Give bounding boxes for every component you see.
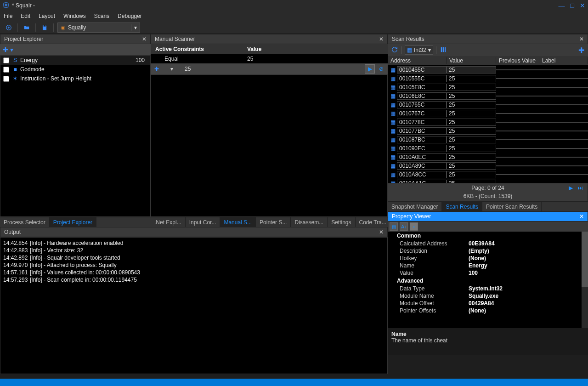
result-row[interactable]: ▦ 0010A8CC 25 (388, 170, 588, 179)
constraint-dropdown[interactable]: ▾ (163, 66, 181, 72)
refresh-button[interactable] (390, 46, 399, 54)
next-page-button[interactable]: ▶ (569, 185, 573, 191)
col-value[interactable]: Value (447, 57, 496, 64)
result-row[interactable]: ▦ 0010455C 25 (388, 65, 588, 74)
tab[interactable]: Snapshot Manager (388, 202, 442, 211)
result-row[interactable]: ▦ 0010765C 25 (388, 100, 588, 109)
scan-value-input[interactable] (183, 64, 363, 74)
menu-windows[interactable]: Windows (63, 13, 86, 19)
result-row[interactable]: ▦ 001077BC 25 (388, 126, 588, 135)
add-item-button[interactable]: ✚ ▾ (3, 46, 13, 53)
property-value[interactable]: 00429A84 (469, 300, 494, 307)
columns-button[interactable] (439, 46, 447, 54)
constraint-row[interactable]: Equal 25 (151, 54, 388, 63)
tab[interactable]: Pointer S... (256, 217, 291, 227)
cancel-scan-button[interactable]: ⊘ (377, 66, 386, 72)
scan-results-columns: Address Value Previous Value Label (388, 56, 588, 65)
col-address[interactable]: Address (388, 57, 447, 64)
tab[interactable]: Project Explorer (50, 217, 96, 227)
close-icon[interactable]: ✕ (379, 229, 384, 235)
menu-layout[interactable]: Layout (39, 13, 55, 19)
property-category[interactable]: Advanced (388, 277, 588, 285)
property-viewer-body[interactable]: CommonCalculated Address00E39A84Descript… (388, 232, 588, 328)
col-label[interactable]: Label (539, 57, 588, 64)
save-button[interactable] (40, 23, 50, 33)
property-value[interactable]: Energy (469, 262, 487, 269)
result-row[interactable]: ▦ 00106E8C 25 (388, 91, 588, 100)
result-row[interactable]: ▦ 0010AA1C 25 (388, 179, 588, 183)
property-row[interactable]: NameEnergy (388, 262, 588, 269)
property-row[interactable]: Module NameSqually.exe (388, 292, 588, 300)
tab[interactable]: Disassem... (291, 217, 328, 227)
property-row[interactable]: Module Offset00429A84 (388, 300, 588, 307)
result-row[interactable]: ▦ 0010555C 25 (388, 74, 588, 83)
tab[interactable]: Pointer Scan Results (482, 202, 542, 211)
property-row[interactable]: Description(Empty) (388, 247, 588, 255)
property-value[interactable]: (Empty) (469, 248, 489, 254)
result-count: 6KB - (Count: 1539) (388, 193, 588, 202)
project-item[interactable]: S Energy 100 (0, 56, 150, 65)
property-row[interactable]: Hotkey(None) (388, 255, 588, 262)
scrollbar-thumb[interactable] (582, 232, 588, 287)
property-row[interactable]: Pointer Offsets(None) (388, 307, 588, 314)
chevron-down-icon: ▾ (428, 47, 431, 53)
result-row[interactable]: ▦ 0010778C 25 (388, 118, 588, 126)
close-button[interactable]: ✕ (580, 2, 585, 9)
property-value[interactable]: 00E39A84 (469, 240, 495, 247)
property-value[interactable]: Squally.exe (469, 293, 498, 299)
property-value[interactable]: 100 (469, 270, 478, 276)
close-icon[interactable]: ✕ (142, 36, 147, 42)
item-checkbox[interactable] (3, 67, 9, 73)
property-row[interactable]: Calculated Address00E39A84 (388, 240, 588, 247)
property-value[interactable]: System.Int32 (469, 285, 503, 292)
result-row[interactable]: ▦ 0010A0EC 25 (388, 153, 588, 161)
tab[interactable]: Scan Results (442, 202, 482, 211)
item-checkbox[interactable] (3, 76, 9, 82)
property-value[interactable]: (None) (469, 307, 486, 314)
tab[interactable]: Code Tra... (356, 217, 390, 227)
close-icon[interactable]: ✕ (579, 36, 584, 42)
add-result-button[interactable]: ✚ (577, 46, 585, 55)
result-row[interactable]: ▦ 0010A89C 25 (388, 161, 588, 170)
open-button[interactable] (22, 23, 32, 33)
alphabetical-button[interactable]: A↓ (400, 222, 408, 231)
result-row[interactable]: ▦ 001090EC 25 (388, 144, 588, 153)
process-name: Squally (68, 24, 86, 31)
project-item[interactable]: ✶ Instruction - Set Jump Height (0, 74, 150, 83)
tab[interactable]: .Net Expl... (151, 217, 186, 227)
maximize-button[interactable]: □ (571, 2, 574, 9)
add-constraint-button[interactable]: ✚ (153, 66, 161, 72)
last-page-button[interactable]: ⏭ (577, 185, 583, 191)
close-icon[interactable]: ✕ (579, 213, 584, 220)
menu-scans[interactable]: Scans (94, 13, 109, 19)
property-pages-button[interactable]: ▪ (410, 222, 418, 231)
item-checkbox[interactable] (3, 57, 9, 63)
tab[interactable]: Manual S... (220, 217, 256, 227)
project-item[interactable]: ■ Godmode (0, 65, 150, 74)
start-scan-button[interactable]: ▶ (365, 64, 375, 74)
minimize-button[interactable]: — (559, 2, 565, 9)
new-button[interactable] (4, 23, 14, 33)
categorized-button[interactable]: ▤ (390, 222, 398, 231)
result-row[interactable]: ▦ 0010767C 25 (388, 109, 588, 118)
result-row[interactable]: ▦ 001087BC 25 (388, 135, 588, 144)
menu-edit[interactable]: Edit (21, 13, 30, 19)
property-row[interactable]: Value100 (388, 269, 588, 277)
process-selector[interactable]: ◉ Squally ▾ (57, 23, 140, 33)
close-icon[interactable]: ✕ (379, 36, 384, 42)
property-row[interactable]: Data TypeSystem.Int32 (388, 285, 588, 292)
scan-results-body[interactable]: ▦ 0010455C 25 ▦ 0010555C 25 ▦ 00105E8C 2… (388, 65, 588, 183)
data-type-selector[interactable]: ▦ Int32 ▾ (405, 45, 433, 55)
row-previous (496, 148, 539, 149)
property-category[interactable]: Common (388, 232, 588, 240)
chevron-down-icon[interactable]: ▾ (131, 24, 137, 31)
result-row[interactable]: ▦ 00105E8C 25 (388, 83, 588, 91)
property-value[interactable]: (None) (469, 255, 486, 261)
menu-debugger[interactable]: Debugger (118, 13, 142, 19)
tab[interactable]: Input Cor... (186, 217, 220, 227)
tab[interactable]: Settings (328, 217, 355, 227)
output-body[interactable]: 14:42.854[Info] - Hardware acceleration … (0, 237, 388, 374)
col-previous-value[interactable]: Previous Value (496, 57, 539, 64)
menu-file[interactable]: File (4, 13, 12, 19)
tab[interactable]: Process Selector (0, 217, 50, 227)
